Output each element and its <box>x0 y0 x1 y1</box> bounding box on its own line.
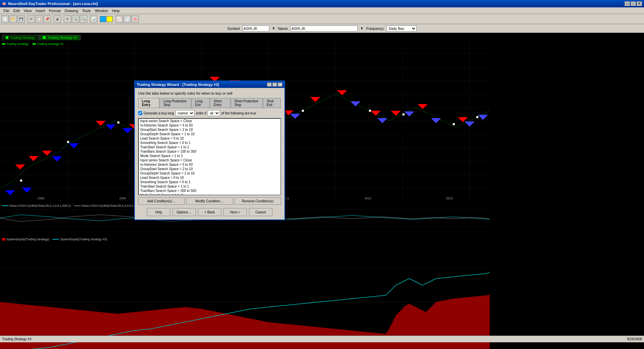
of-following-label: of the following are true <box>221 111 256 115</box>
pointer-button[interactable]: ↖ <box>64 15 71 23</box>
dialog-tabs: Long Entry Long Protective Stop Long Exi… <box>138 98 281 108</box>
dialog-title: Trading Strategy Wizard - [Trading Strat… <box>137 83 219 87</box>
neural-button[interactable]: 🧠 <box>131 15 139 23</box>
dialog-minimize-button[interactable]: — <box>267 83 272 87</box>
name-input[interactable] <box>290 26 358 32</box>
dialog-overlay: Trading Strategy Wizard - [Trading Strat… <box>0 40 644 342</box>
nav-buttons: Help Options ... < Back Next > Cancel <box>138 208 281 216</box>
color-button2[interactable] <box>107 16 113 22</box>
condition-item[interactable]: TrainStart Search Space = 1 to 1 <box>139 145 280 149</box>
remove-condition-button[interactable]: Remove Condition(s) <box>234 197 281 205</box>
generate-label: Generate a buy long <box>144 111 174 115</box>
condition-item[interactable]: Input series Search Space = Close <box>139 119 280 123</box>
frequency-label: Frequency <box>366 27 384 31</box>
condition-item[interactable]: Mode Search Space = 1 to 2 <box>139 154 280 158</box>
menu-drawing[interactable]: Drawing <box>63 8 80 13</box>
menu-window[interactable]: Window <box>93 8 110 13</box>
maximize-button[interactable]: □ <box>631 1 636 6</box>
name-label: Name <box>278 27 288 31</box>
next-button[interactable]: Next > <box>223 208 247 216</box>
tab-trading-strategy-3[interactable]: Trading Strategy #3 <box>39 35 80 40</box>
tab-short-exit[interactable]: Shot Exit <box>263 98 281 108</box>
condition-item[interactable]: GroupStart Search Space = 2 to 10 <box>139 167 280 171</box>
condition-item[interactable]: Input series Search Space = Close <box>139 158 280 162</box>
dialog-close-button[interactable]: ✕ <box>278 83 282 87</box>
condition-item[interactable]: Lead Search Space = 0 to 10 <box>139 136 280 141</box>
tab-short-protective-stop[interactable]: Short Protective Stop <box>231 98 263 108</box>
zoom-out-button[interactable]: 🔍 <box>80 15 87 23</box>
copy-button[interactable]: 📋 <box>36 15 43 23</box>
minimize-button[interactable]: — <box>625 1 630 6</box>
condition-item[interactable]: m-histories Search Space = 5 to 50 <box>139 162 280 167</box>
title-bar-controls: — □ ✕ <box>625 1 642 6</box>
tab-long-protective-stop[interactable]: Long Protective Stop <box>160 98 191 108</box>
condition-item[interactable]: TrainBars Search Space = 100 to 300 <box>139 149 280 154</box>
menu-help[interactable]: Help <box>110 8 122 13</box>
dialog-titlebar: Trading Strategy Wizard - [Trading Strat… <box>135 81 284 88</box>
symbol-input[interactable] <box>243 26 269 32</box>
frequency-combo[interactable]: Daily Bas <box>386 26 417 32</box>
condition-item[interactable]: Smoothing Search Space = 0 to 1 <box>139 141 280 145</box>
zoom-in-button[interactable]: 🔍 <box>72 15 79 23</box>
condition-item[interactable]: TrainBars Search Space = 300 to 500 <box>139 189 280 193</box>
tab-long-entry[interactable]: Long Entry <box>138 98 159 108</box>
save-button[interactable]: 💾 <box>17 15 25 23</box>
symbol-label: Symbol <box>227 27 240 31</box>
condition-item[interactable]: GroupDepth Search Space = 1 to 10 <box>139 171 280 176</box>
menu-view[interactable]: View <box>22 8 34 13</box>
menu-insert[interactable]: Insert <box>34 8 47 13</box>
conditions-container[interactable]: Input series Search Space = Closem-histo… <box>138 118 281 195</box>
open-button[interactable]: 📂 <box>9 15 17 23</box>
generate-checkbox[interactable] <box>138 111 142 115</box>
close-button[interactable]: ✕ <box>637 1 642 6</box>
main-area: 1200 1100 1000 900 800 700 600 500 400 3… <box>0 40 644 342</box>
tab-short-entry[interactable]: Short Entry <box>210 98 230 108</box>
menu-file[interactable]: File <box>1 8 11 13</box>
menu-format[interactable]: Format <box>47 8 63 13</box>
condition-item[interactable]: Lead Search Space = 0 to 10 <box>139 176 280 180</box>
strategy-button[interactable]: 📉 <box>123 15 131 23</box>
condition-item[interactable]: m-histories Search Space = 5 to 50 <box>139 123 280 128</box>
menu-bar: File Edit View Insert Format Drawing Too… <box>0 7 644 14</box>
tab-long-exit[interactable]: Long Exit <box>192 98 210 108</box>
new-button[interactable]: 📄 <box>1 15 9 23</box>
toolbar: 📄 📂 💾 ✂ 📋 📌 🖨 ↖ 🔍 🔍 📊 📈 📉 🧠 <box>0 14 644 24</box>
print-button[interactable]: 🖨 <box>54 15 61 23</box>
symbol-bar: Symbol ▼ Name ▼ Frequency Daily Bas <box>0 24 644 33</box>
dialog-maximize-button[interactable]: □ <box>272 83 277 87</box>
condition-item[interactable]: GroupStart Search Space = 2 to 10 <box>139 128 280 132</box>
color-button[interactable] <box>100 16 106 22</box>
order-label: order if <box>196 111 206 115</box>
conditions-list: Input series Search Space = Closem-histo… <box>139 119 280 195</box>
help-button[interactable]: Help <box>147 208 170 216</box>
condition-item[interactable]: TrainStart Search Space = 1 to 1 <box>139 184 280 189</box>
paste-button[interactable]: 📌 <box>44 15 51 23</box>
dialog-instruction: Use the tabs below to specify rules for … <box>138 91 281 95</box>
condition-item[interactable]: GroupDepth Search Space = 1 to 10 <box>139 132 280 136</box>
menu-edit[interactable]: Edit <box>11 8 22 13</box>
chart-type-button[interactable]: 📊 <box>90 15 97 23</box>
back-button[interactable]: < Back <box>198 208 221 216</box>
condition-item[interactable]: Smoothing Search Space = 0 to 1 <box>139 180 280 184</box>
order-type-combo[interactable]: market <box>175 110 195 116</box>
action-buttons: Add Condition(s) ... Modify Condition ..… <box>138 197 281 205</box>
window-title: NeuroShell DayTrader Professional - [asr… <box>8 2 98 6</box>
title-bar: 🧠 NeuroShell DayTrader Professional - [a… <box>0 0 644 7</box>
cut-button[interactable]: ✂ <box>28 15 35 23</box>
trading-strategy-wizard-dialog: Trading Strategy Wizard - [Trading Strat… <box>134 81 285 220</box>
cancel-button[interactable]: Cancel <box>249 208 272 216</box>
order-qualifier-combo[interactable]: all <box>208 110 220 116</box>
condition-item[interactable]: Mode Search Space = 1 to 2 <box>139 193 280 195</box>
modify-condition-button[interactable]: Modify Condition ... <box>186 197 233 205</box>
tab-trading-strategy[interactable]: Trading Strategy <box>2 35 39 40</box>
add-conditions-button[interactable]: Add Condition(s) ... <box>138 197 185 205</box>
indicator-button[interactable]: 📈 <box>115 15 123 23</box>
menu-tools[interactable]: Tools <box>80 8 93 13</box>
options-button[interactable]: Options ... <box>172 208 196 216</box>
chart-tabs: Trading Strategy Trading Strategy #3 <box>0 33 644 40</box>
generate-bar: Generate a buy long market order if all … <box>138 110 281 116</box>
